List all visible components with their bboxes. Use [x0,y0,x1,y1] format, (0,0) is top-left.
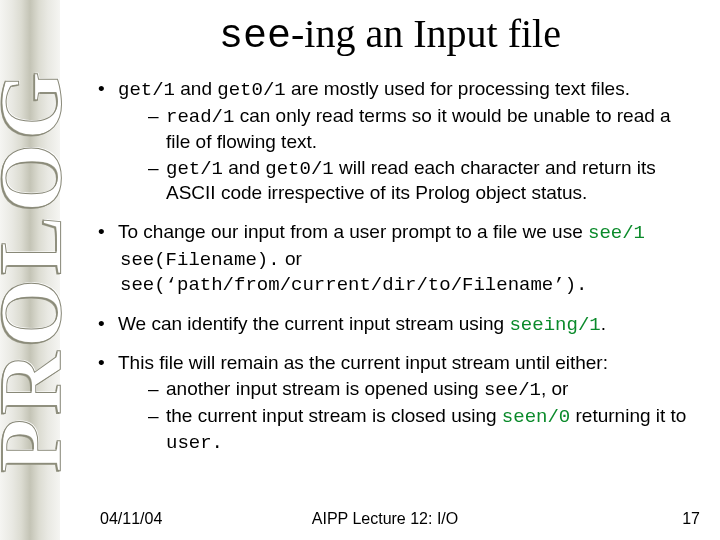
text: the current input stream is closed using [166,405,502,426]
sub-item: get/1 and get0/1 will read each characte… [148,156,700,206]
title-rest: -ing an Input file [291,11,561,56]
slide: PROLOG see-ing an Input file get/1 and g… [0,0,720,540]
sub-item: read/1 can only read terms so it would b… [148,104,700,154]
code: see(Filename). [120,249,280,271]
content-area: see-ing an Input file get/1 and get0/1 a… [60,0,720,540]
bullet-4: This file will remain as the current inp… [98,351,700,455]
text: are mostly used for processing text file… [286,78,630,99]
sub-list: read/1 can only read terms so it would b… [118,104,700,205]
text: . [601,313,606,334]
text: can only read terms so it would be unabl… [166,105,671,151]
code: get/1 [118,79,175,101]
bullet-1: get/1 and get0/1 are mostly used for pro… [98,77,700,206]
text: or [280,248,302,269]
footer-page: 17 [682,510,700,528]
code: get/1 [166,158,223,180]
sub-item: the current input stream is closed using… [148,404,700,455]
code-block: see(Filename). or see(‘path/from/current… [120,247,700,298]
footer-lecture: AIPP Lecture 12: I/O [312,510,458,528]
footer: 04/11/04 AIPP Lecture 12: I/O 17 [60,510,710,528]
code-green: seeing/1 [509,314,600,336]
code: read/1 [166,106,234,128]
text: and [223,157,265,178]
text: We can identify the current input stream… [118,313,509,334]
code: see/1 [484,379,541,401]
sub-list: another input stream is opened using see… [118,377,700,455]
text: returning it to [570,405,686,426]
text: , or [541,378,568,399]
code-green: seen/0 [502,406,570,428]
code: see(‘path/from/current/dir/to/Filename’)… [120,274,587,296]
title-code: see [219,14,291,59]
sidebar: PROLOG [0,0,60,540]
code: get0/1 [217,79,285,101]
bullet-list: get/1 and get0/1 are mostly used for pro… [80,77,700,455]
bullet-2: To change our input from a user prompt t… [98,220,700,298]
text: This file will remain as the current inp… [118,352,608,373]
text: To change our input from a user prompt t… [118,221,588,242]
sub-item: another input stream is opened using see… [148,377,700,402]
bullet-3: We can identify the current input stream… [98,312,700,337]
code: user. [166,432,223,454]
slide-body: get/1 and get0/1 are mostly used for pro… [80,77,700,455]
footer-date: 04/11/04 [100,510,162,528]
text: and [175,78,217,99]
text: another input stream is opened using [166,378,484,399]
slide-title: see-ing an Input file [80,10,700,59]
code: get0/1 [265,158,333,180]
code-green: see/1 [588,222,645,244]
